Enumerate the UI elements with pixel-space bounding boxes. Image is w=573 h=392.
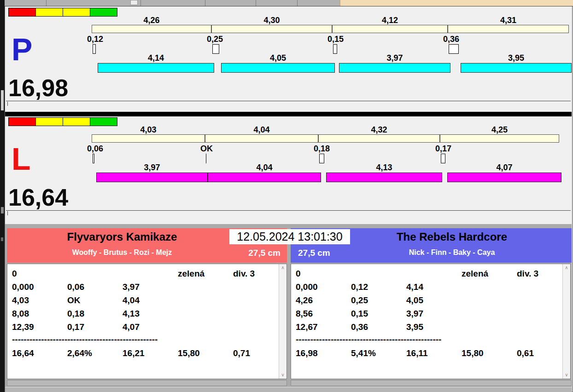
background-toolbar [5,0,573,6]
lane-total-time: 16,64 [8,185,68,209]
changeover-time-label: 0,06 [87,144,103,154]
dog-time-label: 3,97 [339,53,450,63]
changeover-time-label: 0,25 [207,35,223,44]
dog-time-label: 3,95 [461,53,572,63]
team-results-right: 0zelenádiv. 30,0000,124,144,260,254,058,… [291,264,571,379]
result-cell: 4,04 [123,295,140,306]
toolbar-divider [205,0,205,6]
changeover-gap-marker [441,154,445,163]
toolbar-divider [140,0,141,6]
changeover-gap-marker [333,44,337,54]
vertical-scrollbar[interactable]: ∧∨ [279,264,286,379]
result-cell: 8,56 [296,309,313,319]
jump-height: 27,5 cm [298,248,330,258]
background-window-edge [0,0,5,392]
traffic-light [8,8,36,17]
scroll-down-arrow[interactable]: ∨ [279,372,286,378]
lane-letter: P [12,34,32,65]
traffic-light [63,8,90,17]
toolbar-button[interactable] [130,0,138,5]
traffic-light [35,117,63,126]
background-panel [339,0,573,6]
horizontal-scrollbar[interactable] [7,380,287,386]
dog-time-bar [208,173,321,182]
toolbar-divider [46,0,47,6]
result-cell: 0 [12,269,17,279]
split-time-bar [448,25,569,33]
result-cell: 0,06 [67,282,84,292]
scroll-up-arrow[interactable]: ∧ [563,265,570,271]
race-display-window: P4,260,124,144,300,254,054,120,153,974,3… [5,6,572,392]
background-artifact [1,207,4,213]
result-cell: 0,36 [351,322,368,332]
changeover-gap-marker [93,154,94,163]
split-time-label: 4,12 [332,16,448,25]
lane-right-P: P4,260,124,144,300,254,054,120,153,974,3… [6,7,571,112]
dog-time-bar [461,63,572,73]
result-cell: 4,03 [12,295,29,306]
result-cell: 0,000 [12,282,34,292]
result-cell: 4,13 [123,309,140,319]
horizontal-scrollbar[interactable] [291,380,572,386]
changeover-time-label: 0,18 [314,144,330,154]
split-time-label: 4,31 [448,16,569,25]
lane-total-time: 16,98 [8,76,68,100]
lane-letter: L [12,143,31,174]
lane-divider [5,112,572,116]
result-cell: 16,64 [12,348,34,358]
toolbar-divider [256,0,256,6]
team-lineup: Wooffy - Brutus - Rozi - Mejz [7,248,237,257]
changeover-time-label: OK [200,144,213,154]
split-time-bar [211,25,332,33]
traffic-light [35,8,63,17]
result-cell: 0 [296,269,301,279]
result-cell: 0,18 [67,309,84,319]
changeover-time-label: 0,15 [327,35,344,44]
result-cell: 16,11 [406,348,428,358]
result-cell: 3,97 [406,309,423,319]
results-separator: ----------------------------------------… [12,334,158,345]
team-name: The Rebels Hardcore [337,231,567,243]
result-cell: 5,41% [351,348,376,358]
empty-status-strip [6,101,571,111]
split-time-label: 4,25 [440,125,559,135]
result-cell: 8,08 [12,309,29,319]
split-time-label: 4,04 [205,125,318,135]
dog-time-label: 4,07 [447,163,561,173]
result-cell: 4,26 [296,295,313,306]
result-cell: 15,80 [178,348,200,358]
split-time-bar [440,134,559,143]
results-separator: ----------------------------------------… [296,334,441,345]
status-bar [5,387,572,392]
result-cell: 4,05 [406,295,423,306]
split-time-bar [332,25,448,33]
result-cell: 16,21 [123,348,145,358]
team-lineup: Nick - Finn - Baky - Caya [337,248,567,257]
result-cell: div. 3 [233,269,255,279]
result-cell: 0,17 [67,322,84,332]
dog-time-bar [98,63,214,73]
traffic-light [63,117,90,126]
dog-time-label: 4,04 [208,163,321,173]
dog-time-label: 3,97 [96,163,208,173]
results-table[interactable]: 0zelenádiv. 30,0000,063,974,03OK4,048,08… [7,264,279,379]
result-cell: 0,71 [233,348,250,358]
scroll-down-arrow[interactable]: ∨ [563,372,570,378]
split-time-label: 4,30 [211,16,332,25]
dog-time-label: 4,14 [98,53,214,63]
split-time-bar [205,134,318,143]
result-cell: 0,25 [351,295,368,306]
vertical-scrollbar[interactable]: ∧∨ [562,264,570,379]
changeover-time-label: 0,12 [87,35,103,44]
result-cell: 4,07 [123,322,140,332]
split-time-label: 4,32 [318,125,440,135]
results-table[interactable]: 0zelenádiv. 30,0000,124,144,260,254,058,… [291,264,562,379]
dog-time-bar [221,63,335,73]
split-time-label: 4,26 [92,16,211,25]
split-time-label: 4,03 [92,125,205,135]
traffic-light [8,117,36,126]
changeover-gap-marker [449,44,459,54]
split-time-bar [318,134,440,143]
scroll-up-arrow[interactable]: ∧ [279,265,286,271]
split-time-bar [92,25,211,33]
